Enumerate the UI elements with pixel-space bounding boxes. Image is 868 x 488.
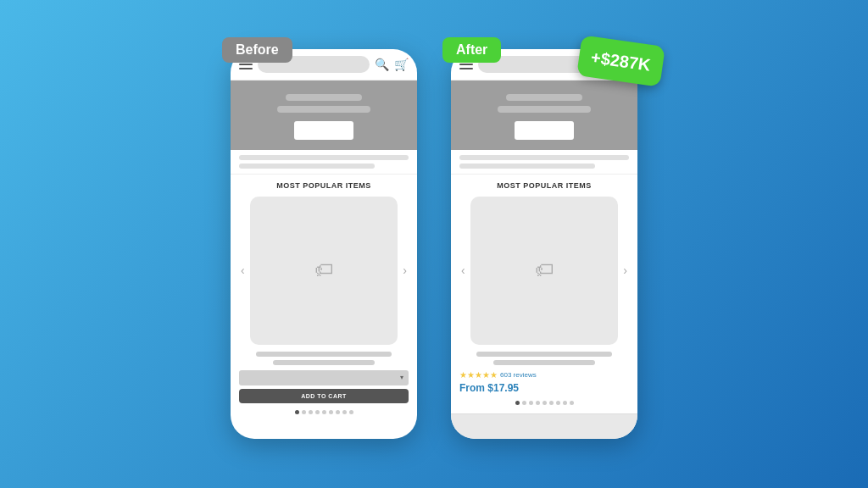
after-dot-4 bbox=[536, 401, 540, 405]
dot-7 bbox=[336, 410, 340, 414]
select-arrow-icon: ▾ bbox=[400, 374, 403, 381]
dot-2 bbox=[302, 410, 306, 414]
after-badge: After bbox=[442, 37, 501, 63]
after-filter-bar-2 bbox=[459, 164, 595, 169]
before-phone-wrapper: Before 🔍 🛒 bbox=[231, 49, 417, 439]
after-dot-7 bbox=[556, 401, 560, 405]
before-filter bbox=[231, 150, 417, 175]
after-hero bbox=[451, 80, 637, 150]
dot-9 bbox=[349, 410, 353, 414]
hero-bar-2 bbox=[277, 106, 370, 113]
after-dot-1 bbox=[515, 401, 520, 405]
before-badge: Before bbox=[222, 37, 292, 63]
after-dots bbox=[515, 401, 574, 405]
add-to-cart-button[interactable]: ADD TO CART bbox=[239, 389, 409, 403]
dot-3 bbox=[309, 410, 313, 414]
info-bar-2 bbox=[273, 360, 375, 365]
after-dot-2 bbox=[522, 401, 526, 405]
info-bar-1 bbox=[256, 352, 392, 357]
cart-icon[interactable]: 🛒 bbox=[394, 58, 409, 71]
after-filter bbox=[451, 150, 637, 175]
after-hero-cta[interactable] bbox=[515, 121, 574, 140]
before-select[interactable]: ▾ bbox=[239, 370, 409, 385]
after-dot-8 bbox=[563, 401, 567, 405]
filter-bar-2 bbox=[239, 164, 375, 169]
hero-bar-1 bbox=[286, 94, 362, 101]
before-prev-arrow[interactable]: ‹ bbox=[239, 263, 247, 277]
before-phone: 🔍 🛒 MOST POPULAR ITEMS ‹ bbox=[231, 49, 417, 439]
before-next-arrow[interactable]: › bbox=[401, 263, 409, 277]
before-section-title: MOST POPULAR ITEMS bbox=[276, 181, 371, 190]
hero-cta-button[interactable] bbox=[294, 121, 353, 140]
stars-row: ★★★★★ 603 reviews bbox=[459, 370, 629, 380]
before-dots bbox=[295, 410, 353, 414]
after-prev-arrow[interactable]: ‹ bbox=[459, 263, 467, 277]
review-count: 603 reviews bbox=[500, 371, 537, 379]
filter-bar-1 bbox=[239, 155, 409, 160]
after-product-tag-icon: 🏷 bbox=[535, 259, 554, 281]
after-phone: 🔍 🛒 MOST POPULAR ITEMS ‹ bbox=[451, 49, 637, 439]
before-product-info bbox=[239, 352, 409, 365]
before-cta: ▾ ADD TO CART bbox=[239, 370, 409, 403]
dot-4 bbox=[315, 410, 320, 414]
after-dot-9 bbox=[570, 401, 574, 405]
product-tag-icon: 🏷 bbox=[314, 259, 333, 281]
star-icons: ★★★★★ bbox=[459, 370, 498, 380]
price-text: From $17.95 bbox=[459, 382, 629, 394]
dot-6 bbox=[329, 410, 333, 414]
before-carousel: ‹ 🏷 › bbox=[239, 197, 409, 345]
after-dot-3 bbox=[529, 401, 533, 405]
after-section-title: MOST POPULAR ITEMS bbox=[497, 181, 592, 190]
dot-8 bbox=[342, 410, 347, 414]
topbar-icons: 🔍 🛒 bbox=[375, 58, 409, 71]
after-dot-5 bbox=[542, 401, 547, 405]
before-products: MOST POPULAR ITEMS ‹ 🏷 › ▾ ADD bbox=[231, 175, 417, 439]
after-product-card[interactable]: 🏷 bbox=[470, 197, 619, 345]
after-hero-bar-1 bbox=[506, 94, 582, 101]
after-phone-wrapper: After +$287K 🔍 🛒 bbox=[451, 49, 637, 439]
after-carousel: ‹ 🏷 › bbox=[459, 197, 629, 345]
after-products: MOST POPULAR ITEMS ‹ 🏷 › ★★★★★ bbox=[451, 175, 637, 413]
after-hero-bar-2 bbox=[498, 106, 591, 113]
after-product-info bbox=[459, 352, 629, 365]
after-next-arrow[interactable]: › bbox=[621, 263, 629, 277]
after-bottom-bar bbox=[451, 413, 637, 439]
before-hero bbox=[231, 80, 417, 150]
dot-5 bbox=[322, 410, 326, 414]
after-info-bar-2 bbox=[493, 360, 595, 365]
after-filter-bar-1 bbox=[459, 155, 629, 160]
dot-1 bbox=[295, 410, 299, 414]
before-product-card[interactable]: 🏷 bbox=[250, 197, 398, 345]
after-info-bar-1 bbox=[476, 352, 612, 357]
after-dot-6 bbox=[549, 401, 554, 405]
rating-section: ★★★★★ 603 reviews From $17.95 bbox=[459, 370, 629, 394]
search-icon[interactable]: 🔍 bbox=[375, 58, 389, 71]
